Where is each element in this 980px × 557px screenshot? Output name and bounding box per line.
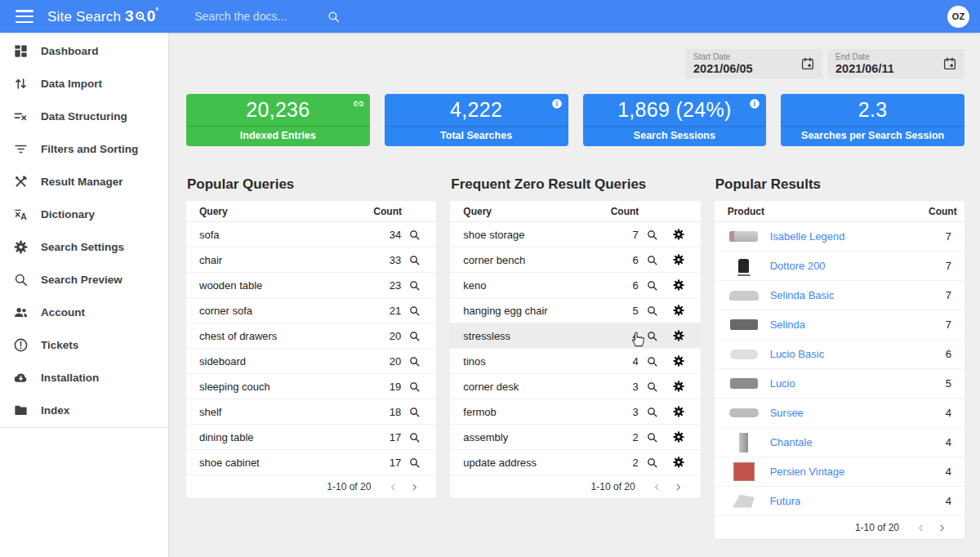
product-thumbnail	[728, 226, 760, 247]
search-query-button[interactable]	[401, 381, 428, 393]
search-query-button[interactable]	[639, 381, 666, 393]
count-cell: 33	[373, 254, 401, 266]
product-link[interactable]: Lucio Basic	[770, 348, 824, 360]
search-query-button[interactable]	[401, 457, 428, 469]
product-link[interactable]: Isabelle Legend	[770, 230, 845, 243]
avatar[interactable]: OZ	[947, 6, 969, 28]
query-settings-button[interactable]	[666, 228, 693, 241]
product-link[interactable]: Selinda Basic	[770, 289, 835, 301]
query-cell: shelf	[199, 406, 373, 418]
search-query-button[interactable]	[401, 355, 428, 368]
search-icon	[408, 457, 421, 469]
product-link[interactable]: Dottore 200	[770, 260, 826, 272]
search-query-button[interactable]	[401, 330, 428, 342]
count-cell: 4	[611, 330, 639, 342]
product-link[interactable]: Sursee	[770, 407, 804, 419]
search-query-button[interactable]	[401, 406, 428, 418]
query-settings-button[interactable]	[666, 304, 693, 317]
table-row: Futura4	[715, 487, 964, 516]
link-icon[interactable]	[353, 98, 364, 109]
table-row: update address2	[450, 450, 700, 475]
query-settings-button[interactable]	[666, 253, 693, 266]
sidebar-item-filters-sorting[interactable]: Filters and Sorting	[0, 132, 168, 165]
query-settings-button[interactable]	[666, 405, 693, 418]
count-cell: 7	[611, 229, 639, 241]
sidebar-item-index[interactable]: Index	[0, 394, 168, 426]
next-page-button[interactable]	[932, 519, 953, 536]
search-query-button[interactable]	[639, 254, 666, 266]
calendar-icon[interactable]	[942, 56, 957, 71]
search-query-button[interactable]	[639, 406, 666, 418]
pagination-label: 1-10 of 20	[855, 522, 899, 533]
pagination: 1-10 of 20	[450, 475, 700, 498]
table-row: sideboard20	[186, 349, 436, 374]
sidebar-item-search-preview[interactable]: Search Preview	[0, 263, 168, 296]
sidebar-item-result-manager[interactable]: Result Manager	[0, 165, 168, 198]
product-link[interactable]: Persien Vintage	[770, 466, 845, 478]
query-settings-button[interactable]	[666, 354, 693, 368]
menu-icon[interactable]	[16, 10, 33, 23]
sidebar-item-label: Index	[41, 404, 69, 417]
query-cell: keno	[463, 279, 610, 292]
next-page-button[interactable]	[403, 479, 425, 495]
count-cell: 5	[927, 377, 951, 390]
chevron-left-icon	[915, 523, 926, 533]
sidebar-item-tickets[interactable]: Tickets	[0, 328, 168, 361]
prev-page-button[interactable]	[382, 479, 403, 495]
calendar-icon[interactable]	[800, 56, 815, 71]
search-query-button[interactable]	[401, 254, 428, 266]
count-cell: 4	[611, 355, 639, 368]
product-link[interactable]: Chantale	[770, 436, 813, 448]
search-icon	[646, 305, 658, 317]
query-settings-button[interactable]	[666, 380, 693, 393]
prev-page-button[interactable]	[911, 519, 932, 536]
docs-search-input[interactable]	[194, 10, 317, 23]
sidebar-item-installation[interactable]: Installation	[0, 361, 168, 394]
table-row: chest of drawers20	[186, 323, 436, 349]
info-icon[interactable]	[551, 98, 563, 109]
count-cell: 3	[611, 381, 639, 393]
sidebar-item-label: Dictionary	[41, 208, 95, 221]
query-settings-button[interactable]	[666, 329, 693, 342]
table-header: Query Count	[186, 201, 436, 222]
search-query-button[interactable]	[639, 355, 666, 368]
search-query-button[interactable]	[401, 431, 428, 443]
search-query-button[interactable]	[401, 305, 428, 317]
product-link[interactable]: Futura	[770, 495, 801, 507]
start-date-picker[interactable]: Start Date 2021/06/05	[685, 49, 822, 78]
search-query-button[interactable]	[639, 330, 666, 342]
sidebar-item-data-structuring[interactable]: Data Structuring	[0, 100, 168, 132]
search-query-button[interactable]	[639, 229, 666, 241]
end-date-picker[interactable]: End Date 2021/06/11	[827, 49, 964, 78]
popular-results-table: Product Count Isabelle Legend7 Dottore 2…	[715, 201, 964, 539]
info-icon[interactable]	[749, 98, 760, 109]
sidebar-item-data-import[interactable]: Data Import	[0, 67, 168, 100]
sidebar-item-dashboard[interactable]: Dashboard	[0, 34, 168, 67]
search-query-button[interactable]	[639, 279, 666, 292]
search-icon	[646, 381, 658, 393]
search-query-button[interactable]	[639, 457, 666, 469]
prev-page-button[interactable]	[647, 479, 668, 495]
table-row: dining table17	[186, 425, 436, 450]
search-query-button[interactable]	[639, 431, 666, 443]
search-query-button[interactable]	[401, 279, 428, 292]
search-query-button[interactable]	[639, 305, 666, 317]
stat-card-search-sessions: 1,869 (24%) Search Sessions	[583, 94, 767, 146]
table-header: Query Count	[450, 201, 700, 222]
next-page-button[interactable]	[668, 479, 689, 495]
sidebar-item-search-settings[interactable]: Search Settings	[0, 230, 168, 263]
sidebar-item-dictionary[interactable]: Dictionary	[0, 198, 168, 230]
query-cell: dining table	[199, 431, 373, 443]
search-query-button[interactable]	[401, 229, 428, 241]
stat-label: Indexed Entries	[186, 126, 370, 145]
search-icon[interactable]	[327, 10, 341, 24]
query-settings-button[interactable]	[666, 278, 693, 292]
query-settings-button[interactable]	[666, 456, 693, 469]
search-icon	[13, 272, 29, 287]
query-cell: chair	[199, 254, 373, 266]
product-link[interactable]: Lucio	[770, 377, 795, 390]
product-link[interactable]: Selinda	[770, 319, 805, 331]
sidebar-item-account[interactable]: Account	[0, 296, 168, 328]
sidebar-item-label: Filters and Sorting	[41, 143, 138, 155]
query-settings-button[interactable]	[666, 430, 693, 443]
